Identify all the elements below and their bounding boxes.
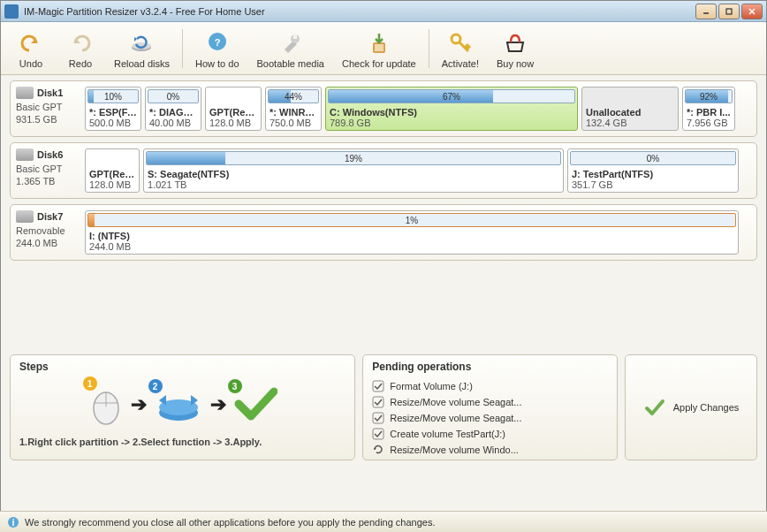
pending-item-text: Resize/Move volume Seagat...: [390, 413, 521, 423]
usage-percent: 44%: [269, 90, 318, 103]
window-title: IM-Magic Partition Resizer v3.2.4 - Free…: [24, 6, 695, 17]
disk-type: Basic GPT: [16, 101, 81, 113]
partition-size: 40.00 MB: [149, 118, 197, 128]
usage-percent: 0%: [148, 90, 198, 103]
close-button[interactable]: [741, 4, 763, 19]
check-icon: [372, 396, 384, 408]
svg-rect-9: [293, 34, 297, 39]
pending-list[interactable]: Format Volume (J:)Resize/Move volume Sea…: [372, 378, 608, 458]
steps-panel: Steps 1 ➔ 2 ➔ 3 1.Right click partition …: [10, 354, 355, 460]
apply-changes-button[interactable]: Apply Changes: [625, 354, 757, 460]
pending-item-text: Resize/Move volume Windo...: [390, 445, 519, 455]
partition-label: C: Windows(NTFS): [330, 107, 573, 118]
partition-label: *: PBR I...: [687, 107, 731, 118]
disk-panel: Disk6Basic GPT1.365 TBGPT(Res...128.0 MB…: [10, 142, 757, 199]
partition[interactable]: 92%*: PBR I...7.956 GB: [682, 87, 735, 131]
partition-label: GPT(Res...: [89, 169, 135, 179]
undo-button[interactable]: Undo: [10, 27, 52, 71]
pending-item[interactable]: Format Volume (J:): [372, 378, 608, 394]
partition[interactable]: 1%I: (NTFS)244.0 MB: [85, 210, 739, 255]
maximize-button[interactable]: [718, 4, 740, 19]
svg-rect-21: [373, 429, 384, 439]
usage-bar: 67%: [328, 89, 575, 103]
usage-bar: 1%: [87, 213, 736, 227]
disk-size: 931.5 GB: [16, 113, 81, 125]
svg-rect-1: [726, 9, 732, 14]
check-update-button[interactable]: Check for update: [337, 27, 421, 71]
partition-size: 244.0 MB: [89, 241, 734, 252]
step-3-badge: 3: [228, 379, 242, 393]
minimize-button[interactable]: [695, 4, 717, 19]
partition[interactable]: 67%C: Windows(NTFS)789.8 GB: [325, 87, 578, 131]
usage-percent: 0%: [571, 152, 735, 165]
partition-label: GPT(Res...: [209, 107, 257, 118]
partition-size: 1.021 TB: [148, 179, 559, 190]
disk-name: Disk6: [16, 148, 81, 161]
partition-label: S: Seagate(NTFS): [148, 169, 559, 179]
partition-size: 351.7 GB: [572, 179, 734, 190]
partition[interactable]: 44%*: WINRE...750.0 MB: [265, 87, 322, 131]
step-3: 3: [233, 384, 277, 425]
steps-title: Steps: [19, 361, 346, 373]
undo-icon: [19, 28, 43, 58]
app-icon: [4, 4, 19, 19]
partition-size: 132.4 GB: [586, 118, 674, 128]
status-bar: i We strongly recommend you close all ot…: [0, 511, 767, 532]
basket-icon: [502, 28, 528, 58]
step-1-badge: 1: [83, 376, 97, 391]
svg-text:i: i: [11, 517, 14, 528]
partition-label: J: TestPart(NTFS): [572, 169, 734, 179]
partition[interactable]: 19%S: Seagate(NTFS)1.021 TB: [143, 148, 564, 193]
partition[interactable]: Unallocated132.4 GB: [581, 87, 679, 131]
pending-item[interactable]: Resize/Move volume Seagat...: [372, 410, 608, 426]
disk-area: Disk1Basic GPT931.5 GB10%*: ESP(FA...500…: [1, 75, 766, 271]
usage-bar: 19%: [146, 151, 561, 165]
svg-rect-20: [373, 413, 384, 423]
reload-icon: [128, 28, 155, 58]
buy-now-button[interactable]: Buy now: [491, 27, 539, 71]
svg-rect-19: [373, 397, 384, 407]
pending-panel: Pending operations Format Volume (J:)Res…: [362, 354, 618, 460]
apply-label: Apply Changes: [673, 402, 740, 413]
redo-button[interactable]: Redo: [59, 27, 102, 71]
update-icon: [366, 28, 392, 58]
arrow-icon: ➔: [210, 393, 226, 416]
pending-item[interactable]: Resize/Move volume Seagat...: [372, 394, 608, 410]
partition[interactable]: GPT(Res...128.0 MB: [205, 87, 262, 131]
usage-bar: 0%: [148, 89, 199, 103]
title-bar: IM-Magic Partition Resizer v3.2.4 - Free…: [1, 1, 766, 22]
disk-icon: [16, 87, 34, 99]
bottom-panels: Steps 1 ➔ 2 ➔ 3 1.Right click partition …: [1, 349, 766, 466]
disk-type: Basic GPT: [16, 163, 81, 175]
check-icon: [372, 428, 384, 440]
disk-panel: Disk7Removable244.0 MB1%I: (NTFS)244.0 M…: [10, 204, 757, 261]
check-icon: [372, 380, 384, 392]
disk-icon: [16, 210, 34, 223]
usage-bar: 0%: [570, 151, 736, 165]
step-1: 1: [88, 382, 124, 428]
partition[interactable]: 0%J: TestPart(NTFS)351.7 GB: [567, 148, 739, 193]
partition[interactable]: 10%*: ESP(FA...500.0 MB: [85, 87, 141, 131]
usage-percent: 92%: [686, 90, 732, 103]
step-2: 2: [154, 384, 203, 425]
partition[interactable]: GPT(Res...128.0 MB: [85, 148, 140, 193]
svg-text:?: ?: [214, 37, 220, 48]
disk-size: 244.0 MB: [16, 237, 81, 249]
disk-type: Removable: [16, 224, 81, 237]
disk-name: Disk7: [16, 210, 81, 223]
disk-name: Disk1: [16, 87, 81, 99]
reload-disks-button[interactable]: Reload disks: [109, 27, 175, 71]
partition-size: 128.0 MB: [89, 179, 135, 190]
how-to-do-button[interactable]: ? How to do: [190, 27, 245, 71]
arrow-icon: ➔: [131, 393, 147, 416]
pending-item[interactable]: Resize/Move volume Windo...: [372, 442, 608, 458]
toolbar: Undo Redo Reload disks ? How to do Boota…: [1, 22, 766, 75]
wrench-icon: [277, 28, 304, 58]
activate-button[interactable]: Activate!: [437, 27, 484, 71]
bootable-media-button[interactable]: Bootable media: [252, 27, 330, 71]
pending-title: Pending operations: [372, 361, 608, 373]
pending-item[interactable]: Create volume TestPart(J:): [372, 426, 608, 442]
partition-label: *: DIAGS...: [149, 107, 197, 118]
partition[interactable]: 0%*: DIAGS...40.00 MB: [145, 87, 201, 131]
refresh-icon: [372, 444, 384, 456]
